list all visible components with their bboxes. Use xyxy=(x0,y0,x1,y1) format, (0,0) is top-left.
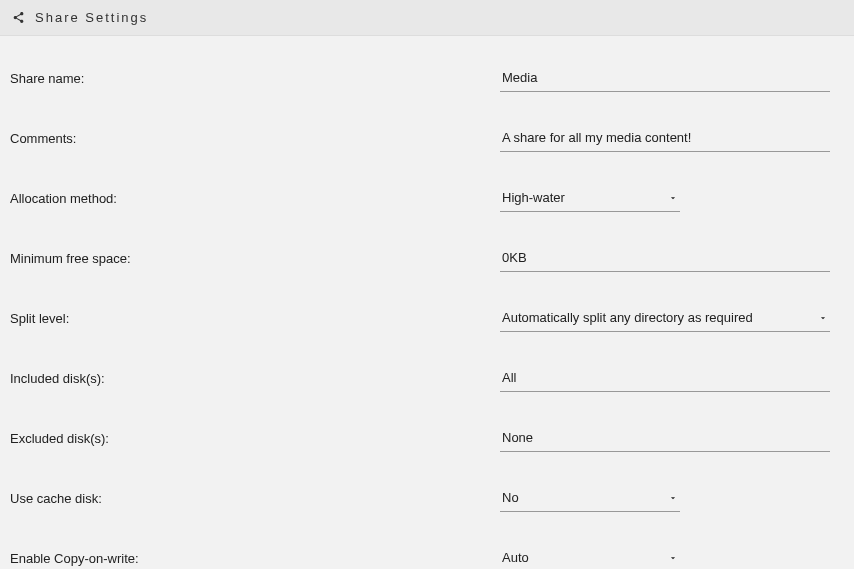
input-comments[interactable] xyxy=(500,124,830,152)
row-use-cache: Use cache disk: No xyxy=(10,484,844,512)
label-allocation: Allocation method: xyxy=(10,191,500,206)
row-allocation: Allocation method: High-water xyxy=(10,184,844,212)
select-cow[interactable]: Auto xyxy=(500,544,680,569)
input-min-free[interactable] xyxy=(500,244,830,272)
select-split-level-value: Automatically split any directory as req… xyxy=(502,310,753,325)
row-min-free: Minimum free space: xyxy=(10,244,844,272)
row-excluded: Excluded disk(s): xyxy=(10,424,844,452)
chevron-down-icon xyxy=(668,553,678,563)
input-excluded[interactable] xyxy=(500,424,830,452)
select-use-cache[interactable]: No xyxy=(500,484,680,512)
page-title: Share Settings xyxy=(35,10,148,25)
label-split-level: Split level: xyxy=(10,311,500,326)
label-min-free: Minimum free space: xyxy=(10,251,500,266)
row-included: Included disk(s): xyxy=(10,364,844,392)
row-share-name: Share name: xyxy=(10,64,844,92)
row-split-level: Split level: Automatically split any dir… xyxy=(10,304,844,332)
row-comments: Comments: xyxy=(10,124,844,152)
row-cow: Enable Copy-on-write: Auto xyxy=(10,544,844,569)
input-share-name[interactable] xyxy=(500,64,830,92)
label-share-name: Share name: xyxy=(10,71,500,86)
label-use-cache: Use cache disk: xyxy=(10,491,500,506)
chevron-down-icon xyxy=(668,193,678,203)
form-content: Share name: Comments: Allocation method:… xyxy=(0,36,854,569)
select-split-level[interactable]: Automatically split any directory as req… xyxy=(500,304,830,332)
chevron-down-icon xyxy=(818,313,828,323)
settings-header: Share Settings xyxy=(0,0,854,36)
select-allocation[interactable]: High-water xyxy=(500,184,680,212)
label-comments: Comments: xyxy=(10,131,500,146)
select-cow-value: Auto xyxy=(502,550,529,565)
select-allocation-value: High-water xyxy=(502,190,565,205)
label-cow: Enable Copy-on-write: xyxy=(10,551,500,566)
label-excluded: Excluded disk(s): xyxy=(10,431,500,446)
share-icon xyxy=(12,11,25,24)
input-included[interactable] xyxy=(500,364,830,392)
select-use-cache-value: No xyxy=(502,490,519,505)
label-included: Included disk(s): xyxy=(10,371,500,386)
chevron-down-icon xyxy=(668,493,678,503)
